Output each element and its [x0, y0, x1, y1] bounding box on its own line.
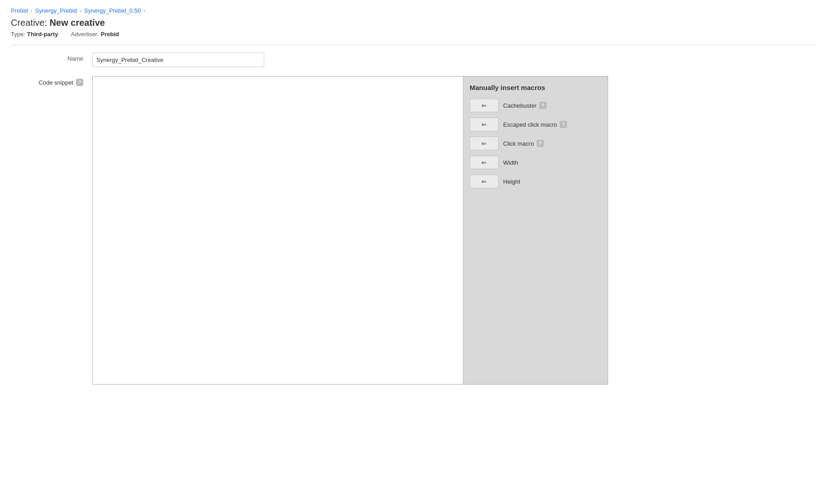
macro-arrow-escaped-click: ⇐ — [481, 121, 487, 128]
macro-name-click: Click macro ? — [503, 140, 544, 147]
breadcrumb-link-synergy-prebid[interactable]: Synergy_Prebid — [35, 7, 77, 14]
macro-insert-height[interactable]: ⇐ — [470, 175, 499, 188]
name-row: Name — [29, 52, 817, 67]
macro-label-height: Height — [503, 178, 520, 185]
macro-label-cachebuster: Cachebuster — [503, 102, 537, 109]
macro-insert-click[interactable]: ⇐ — [470, 137, 499, 150]
type-label: Type: — [11, 31, 25, 38]
macro-label-width: Width — [503, 159, 518, 166]
breadcrumb: Prebid › Synergy_Prebid › Synergy_Prebid… — [11, 7, 817, 14]
macro-item-escaped-click: ⇐ Escaped click macro ? — [470, 118, 601, 131]
page-title: Creative: New creative — [11, 18, 817, 28]
form-area: Name Code snippet ? Manually insert macr… — [11, 52, 817, 385]
code-snippet-container: Manually insert macros ⇐ Cachebuster ? ⇐ — [92, 76, 608, 385]
macro-insert-escaped-click[interactable]: ⇐ — [470, 118, 499, 131]
macro-insert-width[interactable]: ⇐ — [470, 156, 499, 169]
macro-arrow-cachebuster: ⇐ — [481, 102, 487, 109]
breadcrumb-separator-1: › — [31, 8, 33, 14]
code-snippet-label: Code snippet — [38, 79, 73, 86]
macro-help-escaped-click[interactable]: ? — [560, 121, 567, 128]
breadcrumb-separator-3: › — [143, 8, 145, 14]
macro-name-height: Height — [503, 178, 520, 185]
macro-arrow-width: ⇐ — [481, 159, 487, 166]
page-meta: Type: Third-party Advertiser: Prebid — [11, 31, 817, 38]
macro-name-escaped-click: Escaped click macro ? — [503, 121, 567, 128]
macros-panel: Manually insert macros ⇐ Cachebuster ? ⇐ — [463, 76, 608, 384]
macro-item-height: ⇐ Height — [470, 175, 601, 188]
code-snippet-row: Code snippet ? Manually insert macros ⇐ … — [29, 76, 817, 385]
name-input[interactable] — [92, 52, 264, 67]
breadcrumb-separator-2: › — [80, 8, 81, 14]
type-value: Third-party — [27, 31, 58, 38]
macro-name-width: Width — [503, 159, 518, 166]
macro-insert-cachebuster[interactable]: ⇐ — [470, 99, 499, 112]
macro-arrow-height: ⇐ — [481, 178, 487, 185]
advertiser-label: Advertiser: — [71, 31, 99, 38]
name-label: Name — [29, 52, 83, 62]
macro-item-width: ⇐ Width — [470, 156, 601, 169]
code-snippet-label-area: Code snippet ? — [29, 76, 83, 86]
breadcrumb-link-prebid[interactable]: Prebid — [11, 7, 28, 14]
code-snippet-textarea[interactable] — [93, 76, 463, 384]
macro-help-cachebuster[interactable]: ? — [539, 102, 547, 109]
macro-item-click: ⇐ Click macro ? — [470, 137, 601, 150]
macro-name-cachebuster: Cachebuster ? — [503, 102, 547, 109]
page-divider — [11, 45, 817, 45]
macro-help-click[interactable]: ? — [537, 140, 544, 147]
macro-arrow-click: ⇐ — [481, 140, 487, 147]
code-snippet-help-icon[interactable]: ? — [76, 79, 83, 86]
macro-label-click: Click macro — [503, 140, 534, 147]
breadcrumb-link-synergy-prebid-050[interactable]: Synergy_Prebid_0.50 — [84, 7, 141, 14]
macro-label-escaped-click: Escaped click macro — [503, 121, 557, 128]
advertiser-value: Prebid — [101, 31, 119, 38]
macros-panel-title: Manually insert macros — [470, 84, 601, 91]
macro-item-cachebuster: ⇐ Cachebuster ? — [470, 99, 601, 112]
